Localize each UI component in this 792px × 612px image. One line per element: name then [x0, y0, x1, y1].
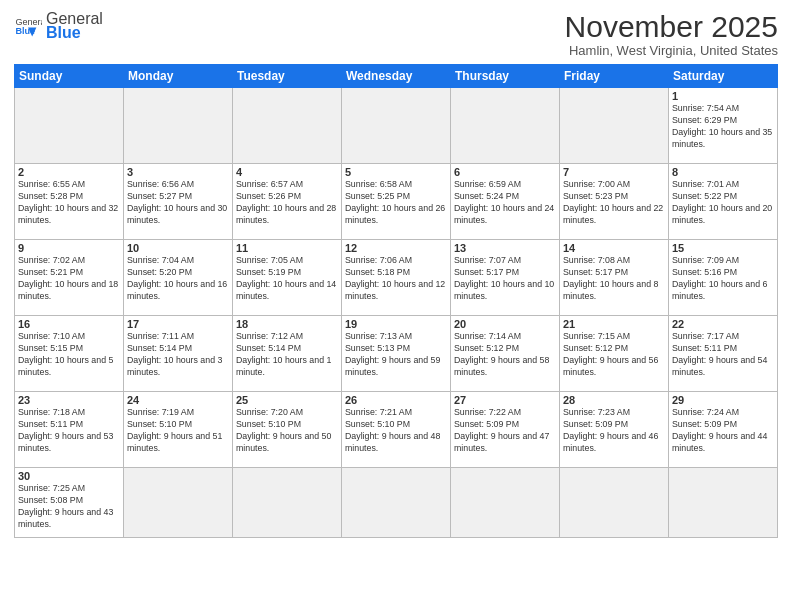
day-number: 6	[454, 166, 556, 178]
day-info: Sunrise: 6:58 AM Sunset: 5:25 PM Dayligh…	[345, 179, 447, 227]
day-number: 24	[127, 394, 229, 406]
day-cell: 16Sunrise: 7:10 AM Sunset: 5:15 PM Dayli…	[15, 316, 124, 392]
day-info: Sunrise: 7:54 AM Sunset: 6:29 PM Dayligh…	[672, 103, 774, 151]
day-cell: 11Sunrise: 7:05 AM Sunset: 5:19 PM Dayli…	[233, 240, 342, 316]
day-info: Sunrise: 7:05 AM Sunset: 5:19 PM Dayligh…	[236, 255, 338, 303]
day-cell	[451, 88, 560, 164]
day-cell	[342, 468, 451, 538]
day-info: Sunrise: 7:12 AM Sunset: 5:14 PM Dayligh…	[236, 331, 338, 379]
day-info: Sunrise: 7:09 AM Sunset: 5:16 PM Dayligh…	[672, 255, 774, 303]
day-info: Sunrise: 7:01 AM Sunset: 5:22 PM Dayligh…	[672, 179, 774, 227]
day-cell: 5Sunrise: 6:58 AM Sunset: 5:25 PM Daylig…	[342, 164, 451, 240]
day-number: 15	[672, 242, 774, 254]
day-cell	[15, 88, 124, 164]
day-header-thursday: Thursday	[451, 65, 560, 88]
calendar-header: SundayMondayTuesdayWednesdayThursdayFrid…	[15, 65, 778, 88]
month-title: November 2025	[565, 10, 778, 43]
day-info: Sunrise: 7:13 AM Sunset: 5:13 PM Dayligh…	[345, 331, 447, 379]
day-number: 18	[236, 318, 338, 330]
day-cell: 26Sunrise: 7:21 AM Sunset: 5:10 PM Dayli…	[342, 392, 451, 468]
location: Hamlin, West Virginia, United States	[565, 43, 778, 58]
day-info: Sunrise: 7:06 AM Sunset: 5:18 PM Dayligh…	[345, 255, 447, 303]
day-cell: 13Sunrise: 7:07 AM Sunset: 5:17 PM Dayli…	[451, 240, 560, 316]
day-number: 11	[236, 242, 338, 254]
day-cell: 14Sunrise: 7:08 AM Sunset: 5:17 PM Dayli…	[560, 240, 669, 316]
day-number: 22	[672, 318, 774, 330]
day-cell	[233, 88, 342, 164]
day-number: 8	[672, 166, 774, 178]
day-number: 14	[563, 242, 665, 254]
day-info: Sunrise: 7:04 AM Sunset: 5:20 PM Dayligh…	[127, 255, 229, 303]
day-cell: 4Sunrise: 6:57 AM Sunset: 5:26 PM Daylig…	[233, 164, 342, 240]
day-info: Sunrise: 6:55 AM Sunset: 5:28 PM Dayligh…	[18, 179, 120, 227]
week-row-4: 16Sunrise: 7:10 AM Sunset: 5:15 PM Dayli…	[15, 316, 778, 392]
day-info: Sunrise: 7:02 AM Sunset: 5:21 PM Dayligh…	[18, 255, 120, 303]
logo: General Blue General Blue	[14, 10, 103, 42]
day-header-sunday: Sunday	[15, 65, 124, 88]
day-cell: 17Sunrise: 7:11 AM Sunset: 5:14 PM Dayli…	[124, 316, 233, 392]
day-cell: 3Sunrise: 6:56 AM Sunset: 5:27 PM Daylig…	[124, 164, 233, 240]
day-number: 9	[18, 242, 120, 254]
day-number: 17	[127, 318, 229, 330]
day-cell: 7Sunrise: 7:00 AM Sunset: 5:23 PM Daylig…	[560, 164, 669, 240]
day-number: 3	[127, 166, 229, 178]
day-info: Sunrise: 7:22 AM Sunset: 5:09 PM Dayligh…	[454, 407, 556, 455]
day-header-tuesday: Tuesday	[233, 65, 342, 88]
day-info: Sunrise: 7:19 AM Sunset: 5:10 PM Dayligh…	[127, 407, 229, 455]
week-row-1: 1Sunrise: 7:54 AM Sunset: 6:29 PM Daylig…	[15, 88, 778, 164]
day-info: Sunrise: 7:00 AM Sunset: 5:23 PM Dayligh…	[563, 179, 665, 227]
day-info: Sunrise: 7:08 AM Sunset: 5:17 PM Dayligh…	[563, 255, 665, 303]
week-row-2: 2Sunrise: 6:55 AM Sunset: 5:28 PM Daylig…	[15, 164, 778, 240]
day-number: 5	[345, 166, 447, 178]
day-info: Sunrise: 6:56 AM Sunset: 5:27 PM Dayligh…	[127, 179, 229, 227]
day-number: 28	[563, 394, 665, 406]
day-number: 21	[563, 318, 665, 330]
day-cell: 28Sunrise: 7:23 AM Sunset: 5:09 PM Dayli…	[560, 392, 669, 468]
week-row-5: 23Sunrise: 7:18 AM Sunset: 5:11 PM Dayli…	[15, 392, 778, 468]
day-info: Sunrise: 7:18 AM Sunset: 5:11 PM Dayligh…	[18, 407, 120, 455]
day-number: 25	[236, 394, 338, 406]
day-cell	[124, 88, 233, 164]
day-number: 29	[672, 394, 774, 406]
day-cell: 21Sunrise: 7:15 AM Sunset: 5:12 PM Dayli…	[560, 316, 669, 392]
day-cell: 8Sunrise: 7:01 AM Sunset: 5:22 PM Daylig…	[669, 164, 778, 240]
day-info: Sunrise: 7:14 AM Sunset: 5:12 PM Dayligh…	[454, 331, 556, 379]
day-cell: 23Sunrise: 7:18 AM Sunset: 5:11 PM Dayli…	[15, 392, 124, 468]
day-cell	[560, 468, 669, 538]
day-number: 20	[454, 318, 556, 330]
day-info: Sunrise: 7:15 AM Sunset: 5:12 PM Dayligh…	[563, 331, 665, 379]
day-cell: 1Sunrise: 7:54 AM Sunset: 6:29 PM Daylig…	[669, 88, 778, 164]
day-number: 1	[672, 90, 774, 102]
day-cell	[560, 88, 669, 164]
day-cell	[342, 88, 451, 164]
day-cell: 2Sunrise: 6:55 AM Sunset: 5:28 PM Daylig…	[15, 164, 124, 240]
day-header-saturday: Saturday	[669, 65, 778, 88]
day-header-monday: Monday	[124, 65, 233, 88]
day-cell	[669, 468, 778, 538]
day-info: Sunrise: 6:57 AM Sunset: 5:26 PM Dayligh…	[236, 179, 338, 227]
day-cell	[451, 468, 560, 538]
header: General Blue General Blue November 2025 …	[14, 10, 778, 58]
day-number: 26	[345, 394, 447, 406]
day-cell: 10Sunrise: 7:04 AM Sunset: 5:20 PM Dayli…	[124, 240, 233, 316]
day-cell: 12Sunrise: 7:06 AM Sunset: 5:18 PM Dayli…	[342, 240, 451, 316]
day-number: 2	[18, 166, 120, 178]
day-number: 19	[345, 318, 447, 330]
page: General Blue General Blue November 2025 …	[0, 0, 792, 612]
day-info: Sunrise: 7:24 AM Sunset: 5:09 PM Dayligh…	[672, 407, 774, 455]
day-cell	[233, 468, 342, 538]
day-cell: 19Sunrise: 7:13 AM Sunset: 5:13 PM Dayli…	[342, 316, 451, 392]
day-number: 12	[345, 242, 447, 254]
day-info: Sunrise: 6:59 AM Sunset: 5:24 PM Dayligh…	[454, 179, 556, 227]
day-cell: 25Sunrise: 7:20 AM Sunset: 5:10 PM Dayli…	[233, 392, 342, 468]
day-number: 10	[127, 242, 229, 254]
day-cell: 29Sunrise: 7:24 AM Sunset: 5:09 PM Dayli…	[669, 392, 778, 468]
day-number: 7	[563, 166, 665, 178]
day-number: 27	[454, 394, 556, 406]
day-cell: 9Sunrise: 7:02 AM Sunset: 5:21 PM Daylig…	[15, 240, 124, 316]
day-number: 30	[18, 470, 120, 482]
day-cell: 27Sunrise: 7:22 AM Sunset: 5:09 PM Dayli…	[451, 392, 560, 468]
calendar-body: 1Sunrise: 7:54 AM Sunset: 6:29 PM Daylig…	[15, 88, 778, 538]
day-cell: 6Sunrise: 6:59 AM Sunset: 5:24 PM Daylig…	[451, 164, 560, 240]
day-cell: 30Sunrise: 7:25 AM Sunset: 5:08 PM Dayli…	[15, 468, 124, 538]
